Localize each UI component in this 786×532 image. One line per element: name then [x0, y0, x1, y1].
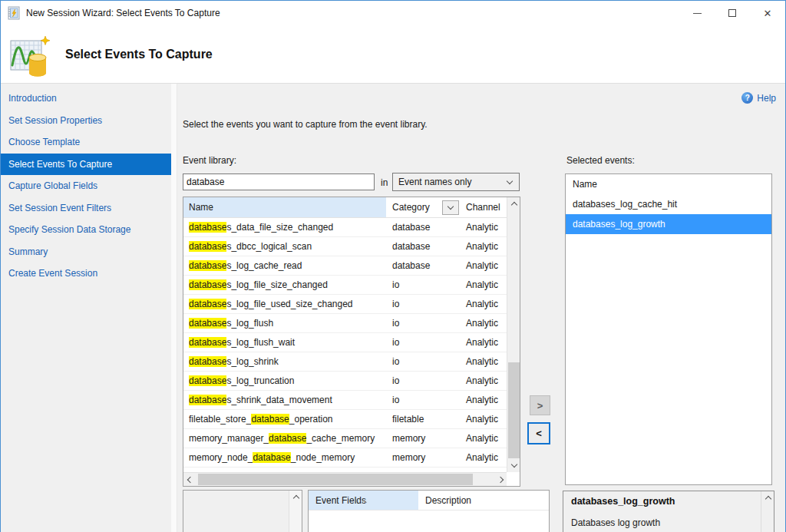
- search-scope-value: Event names only: [398, 177, 471, 187]
- sidebar-item-capture-global-fields[interactable]: Capture Global Fields: [1, 175, 171, 197]
- mini-scrollbar[interactable]: [289, 491, 302, 532]
- scroll-down-icon[interactable]: [507, 459, 520, 472]
- column-header-name[interactable]: Name: [183, 197, 386, 217]
- table-row[interactable]: databases_dbcc_logical_scandatabaseAnaly…: [183, 237, 507, 256]
- event-library-label: Event library:: [183, 155, 236, 166]
- table-row[interactable]: databases_log_cache_readdatabaseAnalytic: [183, 256, 507, 276]
- in-label: in: [381, 177, 388, 188]
- event-category-cell: io: [386, 295, 461, 313]
- table-row[interactable]: databases_shrink_data_movementioAnalytic: [183, 391, 507, 410]
- help-label: Help: [757, 93, 776, 104]
- event-channel-cell: Analytic: [461, 333, 507, 352]
- scroll-up-icon[interactable]: [507, 197, 520, 210]
- horizontal-scrollbar[interactable]: [183, 472, 507, 486]
- event-name-cell: memory_node_database_node_memory: [183, 448, 386, 467]
- event-description-panel: databases_log_growth Databases log growt…: [563, 491, 774, 532]
- sidebar-item-create-event-session[interactable]: Create Event Session: [1, 263, 171, 285]
- window-controls: ✕: [679, 1, 785, 25]
- sidebar-divider: [171, 84, 177, 532]
- event-fields-table: Event Fields Description: [308, 490, 550, 532]
- event-fields-header: Event Fields Description: [309, 491, 549, 511]
- close-button[interactable]: ✕: [750, 1, 785, 25]
- event-channel-cell: Analytic: [461, 218, 507, 236]
- event-category-cell: database: [386, 218, 461, 236]
- maximize-button[interactable]: [715, 1, 750, 25]
- event-search-input[interactable]: [183, 173, 375, 190]
- horizontal-scroll-thumb[interactable]: [198, 474, 473, 485]
- event-category-cell: io: [386, 276, 461, 294]
- column-header-event-fields[interactable]: Event Fields: [309, 491, 418, 510]
- selected-events-column-header[interactable]: Name: [566, 174, 771, 194]
- wizard-page-header: Select Events To Capture: [1, 25, 785, 84]
- title-bar: New Session Wizard: Select Events To Cap…: [1, 1, 785, 25]
- table-row[interactable]: memory_node_database_node_memorymemoryAn…: [183, 448, 507, 468]
- vertical-scroll-thumb[interactable]: [508, 362, 520, 458]
- sidebar-item-set-session-properties[interactable]: Set Session Properties: [1, 110, 171, 132]
- page-title: Select Events To Capture: [65, 48, 213, 61]
- remove-event-button[interactable]: <: [527, 422, 550, 444]
- category-filter-button[interactable]: [442, 200, 459, 215]
- scroll-right-icon[interactable]: [494, 473, 507, 486]
- table-row[interactable]: memory_manager_database_cache_memorymemo…: [183, 429, 507, 448]
- chevron-down-icon: [507, 177, 513, 183]
- new-session-wizard-window: New Session Wizard: Select Events To Cap…: [0, 0, 786, 532]
- event-name-cell: databases_log_flush_wait: [183, 333, 386, 352]
- event-channel-cell: Analytic: [461, 352, 507, 371]
- maximize-icon: [728, 9, 736, 17]
- sidebar-item-set-session-event-filters[interactable]: Set Session Event Filters: [1, 197, 171, 220]
- table-row[interactable]: databases_data_file_size_changeddatabase…: [183, 218, 507, 237]
- scroll-up-icon[interactable]: [289, 491, 302, 504]
- event-category-cell: database: [386, 256, 461, 275]
- column-header-channel[interactable]: Channel: [461, 197, 507, 217]
- selected-events-label: Selected events:: [566, 155, 635, 166]
- event-name-cell: databases_log_file_used_size_changed: [183, 295, 386, 313]
- table-row[interactable]: databases_log_flushioAnalytic: [183, 314, 507, 333]
- scroll-left-icon[interactable]: [183, 473, 196, 486]
- column-header-description[interactable]: Description: [418, 491, 549, 510]
- event-category-cell: database: [386, 237, 461, 256]
- selected-event-item[interactable]: databases_log_growth: [566, 214, 771, 234]
- selected-events-items: databases_log_cache_hitdatabases_log_gro…: [566, 194, 771, 234]
- event-rows: databases_data_file_size_changeddatabase…: [183, 218, 507, 472]
- search-scope-dropdown[interactable]: Event names only: [392, 173, 520, 191]
- wizard-app-icon: [7, 6, 21, 20]
- selected-events-list: Name databases_log_cache_hitdatabases_lo…: [565, 173, 772, 485]
- wizard-steps-nav: IntroductionSet Session PropertiesChoose…: [1, 84, 171, 532]
- sidebar-item-specify-session-data-storage[interactable]: Specify Session Data Storage: [1, 219, 171, 241]
- sidebar-item-introduction[interactable]: Introduction: [1, 88, 171, 110]
- event-channel-cell: Analytic: [461, 276, 507, 294]
- sidebar-item-select-events-to-capture[interactable]: Select Events To Capture: [1, 154, 171, 176]
- event-field-values-box: [183, 490, 302, 532]
- add-event-button[interactable]: >: [530, 395, 550, 415]
- event-name-cell: filetable_store_database_operation: [183, 410, 386, 428]
- event-name-cell: databases_shrink_data_movement: [183, 391, 386, 409]
- selected-event-item[interactable]: databases_log_cache_hit: [566, 194, 771, 214]
- event-category-cell: io: [386, 372, 461, 390]
- event-description-text: Databases log growth: [571, 517, 766, 528]
- instruction-text: Select the events you want to capture fr…: [183, 119, 428, 130]
- mini-scrollbar[interactable]: [761, 491, 774, 532]
- event-name-cell: databases_log_cache_read: [183, 256, 386, 275]
- help-icon: ?: [741, 92, 753, 104]
- window-title: New Session Wizard: Select Events To Cap…: [26, 8, 220, 18]
- scroll-up-icon[interactable]: [761, 491, 774, 504]
- event-category-cell: io: [386, 314, 461, 332]
- table-row[interactable]: filetable_store_database_operationfileta…: [183, 410, 507, 429]
- event-channel-cell: Analytic: [461, 410, 507, 428]
- table-row[interactable]: databases_log_truncationioAnalytic: [183, 372, 507, 391]
- minimize-button[interactable]: [679, 1, 715, 25]
- sidebar-item-choose-template[interactable]: Choose Template: [1, 131, 171, 154]
- chevron-down-icon: [447, 203, 454, 210]
- event-category-cell: memory: [386, 429, 461, 448]
- vertical-scrollbar[interactable]: [507, 197, 520, 472]
- event-description-title: databases_log_growth: [571, 496, 766, 507]
- table-row[interactable]: databases_log_flush_waitioAnalytic: [183, 333, 507, 352]
- table-row[interactable]: databases_log_shrinkioAnalytic: [183, 352, 507, 372]
- help-link[interactable]: ? Help: [741, 92, 776, 104]
- event-category-cell: io: [386, 333, 461, 352]
- event-category-cell: filetable: [386, 410, 461, 428]
- sidebar-item-summary[interactable]: Summary: [1, 241, 171, 263]
- table-row[interactable]: databases_log_file_used_size_changedioAn…: [183, 295, 507, 314]
- column-header-category[interactable]: Category: [386, 197, 461, 217]
- table-row[interactable]: databases_log_file_size_changedioAnalyti…: [183, 276, 507, 295]
